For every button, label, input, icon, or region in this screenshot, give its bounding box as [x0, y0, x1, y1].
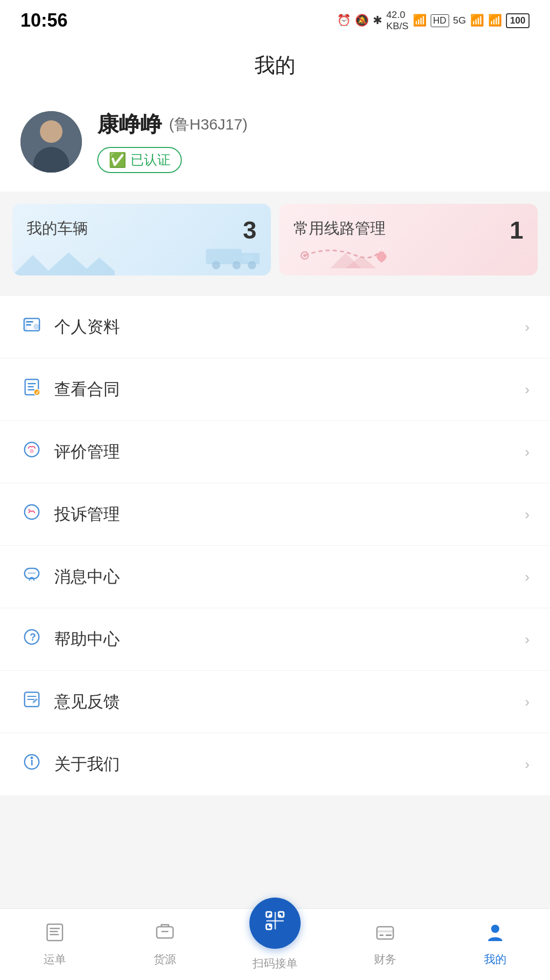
svg-rect-37: [47, 924, 62, 941]
menu-item-review[interactable]: 评价管理 ›: [0, 421, 550, 483]
signal2-icon: 📶: [488, 14, 502, 27]
svg-point-11: [379, 247, 384, 252]
menu-item-feedback[interactable]: 意见反馈 ›: [0, 671, 550, 733]
svg-rect-38: [50, 928, 60, 929]
about-icon: i: [20, 753, 43, 776]
5g-icon: 5G: [453, 15, 466, 26]
review-icon: [20, 440, 43, 463]
chevron-feedback-icon: ›: [525, 694, 530, 710]
cards-row: 我的车辆 3 常用线路管理 1: [0, 191, 550, 288]
menu-label-review: 评价管理: [54, 441, 525, 463]
svg-rect-30: [28, 572, 36, 574]
svg-rect-20: [28, 383, 36, 385]
network-speed: 42.0KB/S: [386, 9, 408, 32]
menu-item-message[interactable]: 消息中心 ›: [0, 546, 550, 608]
route-card-label: 常用线路管理: [293, 220, 386, 237]
svg-rect-2: [243, 255, 252, 261]
vehicle-card-count: 3: [243, 216, 257, 244]
profile-plate: (鲁H36J17): [169, 114, 247, 135]
alarm-icon: ⏰: [337, 14, 351, 27]
bluetooth-icon: ✱: [373, 14, 382, 27]
complaint-icon: [20, 503, 43, 526]
svg-rect-53: [379, 934, 384, 936]
help-icon: ?: [20, 628, 43, 651]
profile-info: 康峥峥 (鲁H36J17) ✅ 已认证: [97, 110, 530, 173]
menu-label-contract: 查看合同: [54, 378, 525, 401]
profile-name-row: 康峥峥 (鲁H36J17): [97, 110, 530, 139]
profile-section: 康峥峥 (鲁H36J17) ✅ 已认证: [0, 92, 550, 191]
menu-label-complaint: 投诉管理: [54, 503, 525, 526]
svg-rect-52: [377, 930, 393, 932]
chevron-complaint-icon: ›: [525, 506, 530, 523]
svg-rect-21: [28, 386, 34, 388]
svg-rect-47: [279, 914, 281, 917]
svg-point-17: [34, 324, 39, 329]
nav-label-goods: 货源: [154, 952, 176, 967]
chevron-review-icon: ›: [525, 444, 530, 460]
bottom-nav: 运单 货源: [0, 908, 550, 980]
nav-label-finance: 财务: [374, 952, 396, 967]
svg-rect-46: [269, 914, 271, 917]
scan-button[interactable]: [249, 898, 301, 949]
menu-label-help: 帮助中心: [54, 628, 525, 651]
nav-item-goods[interactable]: 货源: [110, 922, 220, 967]
route-card-count: 1: [510, 216, 523, 244]
menu-item-profile[interactable]: 个人资料 ›: [0, 296, 550, 358]
svg-rect-50: [266, 920, 284, 922]
page-title: 我的: [0, 51, 550, 79]
svg-rect-15: [26, 321, 33, 323]
menu-label-feedback: 意见反馈: [54, 691, 525, 713]
mine-icon: [484, 922, 506, 948]
svg-point-10: [303, 254, 306, 257]
nav-label-scan: 扫码接单: [252, 956, 298, 971]
contract-icon: ✓: [20, 378, 43, 401]
menu-label-about: 关于我们: [54, 753, 525, 776]
nav-label-orders: 运单: [44, 952, 66, 967]
chevron-help-icon: ›: [525, 631, 530, 648]
chevron-contract-icon: ›: [525, 381, 530, 398]
orders-icon: [44, 922, 66, 948]
route-icon-area: [289, 240, 533, 270]
route-card[interactable]: 常用线路管理 1: [279, 204, 538, 275]
svg-rect-54: [386, 934, 392, 936]
nav-item-orders[interactable]: 运单: [0, 922, 110, 967]
menu-section: 个人资料 › ✓ 查看合同 › 评价管理 ›: [0, 296, 550, 795]
signal-icon: 📶: [470, 14, 484, 27]
goods-icon: [154, 922, 176, 948]
vehicle-card[interactable]: 我的车辆 3: [12, 204, 271, 275]
svg-point-36: [31, 757, 33, 759]
svg-text:?: ?: [30, 631, 36, 643]
menu-label-message: 消息中心: [54, 566, 525, 588]
menu-item-contract[interactable]: ✓ 查看合同 ›: [0, 358, 550, 421]
nav-item-scan[interactable]: 扫码接单: [220, 898, 330, 971]
feedback-icon: [20, 690, 43, 713]
svg-rect-18: [24, 318, 27, 331]
verified-badge: ✅ 已认证: [97, 147, 182, 173]
menu-label-profile: 个人资料: [54, 316, 525, 338]
nav-item-mine[interactable]: 我的: [440, 922, 550, 967]
avatar: [20, 111, 82, 173]
svg-rect-51: [377, 927, 393, 939]
chevron-message-icon: ›: [525, 569, 530, 585]
menu-item-help[interactable]: ? 帮助中心 ›: [0, 608, 550, 671]
battery-indicator: 100: [506, 13, 530, 28]
svg-point-4: [232, 261, 241, 269]
wifi-icon: 📶: [413, 14, 427, 27]
verified-check-icon: ✅: [109, 152, 126, 168]
status-time: 10:56: [20, 10, 68, 31]
chevron-about-icon: ›: [525, 756, 530, 773]
svg-rect-42: [161, 931, 168, 932]
status-bar: 10:56 ⏰ 🔕 ✱ 42.0KB/S 📶 HD 5G 📶 📶 100: [0, 0, 550, 41]
svg-point-3: [212, 261, 220, 269]
chevron-profile-icon: ›: [525, 319, 530, 335]
svg-point-5: [248, 261, 256, 269]
menu-item-about[interactable]: i 关于我们 ›: [0, 733, 550, 795]
menu-item-complaint[interactable]: 投诉管理 ›: [0, 483, 550, 546]
nav-item-finance[interactable]: 财务: [330, 922, 440, 967]
svg-rect-39: [50, 931, 58, 932]
status-icons: ⏰ 🔕 ✱ 42.0KB/S 📶 HD 5G 📶 📶 100: [337, 9, 530, 32]
hd-badge: HD: [431, 14, 449, 27]
svg-rect-41: [157, 927, 173, 938]
scan-icon: [262, 908, 288, 939]
profile-name: 康峥峥: [97, 110, 162, 139]
